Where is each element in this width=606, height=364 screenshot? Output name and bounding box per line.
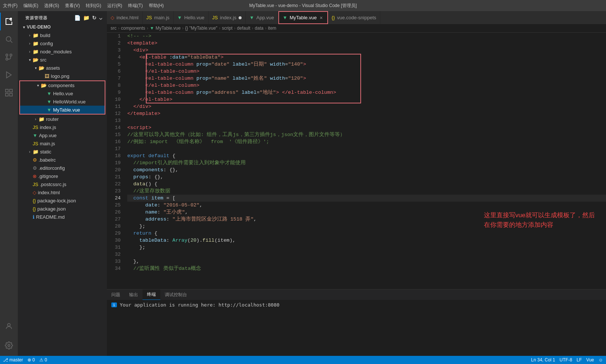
sidebar-item-label: src [40, 57, 46, 63]
panel-tab-problems[interactable]: 问题 [107, 289, 125, 300]
sidebar-item-babelrc[interactable]: ⚙ .babelrc [18, 156, 107, 164]
terminal-content[interactable]: i Your application is running here: http… [107, 300, 606, 356]
sidebar-tree: ▾ VUE-DEMO › 📁 build › 📁 config › 📁 node… [18, 23, 107, 356]
sidebar-item-label: HelloWorld.vue [53, 99, 86, 105]
breadcrumb-sep: › [147, 26, 148, 31]
sidebar-item-label: node_modules [40, 49, 72, 54]
menu-run[interactable]: 运行(R) [104, 3, 125, 9]
cursor-position[interactable]: Ln 34, Col 1 [531, 357, 555, 363]
code-content[interactable]: <!-- --> <template> <div> <el-table :dat… [124, 33, 606, 289]
warning-count[interactable]: ⚠ 0 [39, 357, 47, 363]
html-file-icon: ◇ [33, 190, 36, 195]
sidebar-item-src[interactable]: ▾ 📂 src [18, 56, 107, 64]
folder-icon: 📁 [39, 116, 45, 122]
activity-source-control[interactable] [0, 48, 18, 66]
line-ending[interactable]: LF [577, 357, 582, 363]
sidebar-item-postcssrc[interactable]: JS .postcssrc.js [18, 180, 107, 188]
sidebar-item-main-js[interactable]: JS main.js [18, 139, 107, 148]
sidebar-item-hello-vue[interactable]: ▼ Hello.vue [20, 89, 105, 97]
tab-index-js[interactable]: JS index.js [209, 11, 246, 24]
sidebar-item-app-vue[interactable]: ▼ App.vue [18, 131, 107, 139]
sidebar-item-config[interactable]: › 📁 config [18, 39, 107, 47]
sidebar-item-logo[interactable]: 🖼 logo.png [18, 72, 107, 80]
activity-search[interactable] [0, 30, 18, 48]
git-branch[interactable]: ⎇ master [3, 357, 23, 363]
file-encoding[interactable]: UTF-8 [560, 357, 572, 363]
menu-help[interactable]: 帮助(H) [146, 3, 167, 9]
tab-mytable-vue[interactable]: ▼ MyTable.vue × [278, 11, 328, 24]
sidebar-project-root[interactable]: ▾ VUE-DEMO [18, 23, 107, 31]
panel-tab-debug[interactable]: 调试控制台 [160, 289, 191, 300]
breadcrumb-script[interactable]: {} "MyTable.vue" [185, 26, 217, 31]
code-line-21: props: {}, [127, 173, 606, 181]
menu-terminal[interactable]: 终端(T) [125, 3, 145, 9]
tab-hello-vue[interactable]: ▼ Hello.vue [174, 11, 209, 24]
sidebar-item-node-modules[interactable]: › 📁 node_modules [18, 47, 107, 56]
menu-edit[interactable]: 编辑(E) [20, 3, 41, 9]
activity-debug[interactable] [0, 66, 18, 84]
breadcrumb-components[interactable]: components [121, 26, 145, 31]
language-mode[interactable]: Vue [586, 357, 594, 363]
breadcrumb-script2[interactable]: script [222, 26, 233, 31]
sidebar-item-build[interactable]: › 📁 build [18, 31, 107, 39]
breadcrumb-item[interactable]: item [268, 26, 276, 31]
panel-tab-output[interactable]: 输出 [125, 289, 143, 300]
activity-settings[interactable] [0, 337, 18, 354]
sidebar-item-gitignore[interactable]: ⊗ .gitignore [18, 172, 107, 180]
tab-close-button[interactable]: × [319, 14, 323, 21]
sidebar-item-label: router [46, 116, 59, 122]
arrow-icon: › [27, 42, 33, 46]
code-editor[interactable]: 1 2 3 4 5 6 7 8 9 10 11 12 13 14 15 16 1… [107, 33, 606, 289]
svg-line-1 [10, 41, 12, 43]
sidebar-item-editorconfig[interactable]: ⚙ .editorconfig [18, 164, 107, 172]
code-line-2: <template> [127, 40, 606, 47]
code-line-34: //监听属性 类似于data概念 [127, 265, 606, 272]
activity-account[interactable] [0, 317, 18, 335]
sidebar-item-mytable-vue[interactable]: ▼ MyTable.vue [20, 106, 105, 114]
collapse-icon[interactable]: ⌵ [99, 15, 102, 21]
code-line-33: }, [127, 258, 606, 265]
breadcrumb-default[interactable]: default [237, 26, 250, 31]
tab-index-html[interactable]: ◇ index.html [107, 11, 143, 24]
sidebar-item-label: index.html [38, 190, 60, 195]
panel-tab-terminal[interactable]: 终端 [143, 289, 160, 300]
sidebar-item-package-json[interactable]: {} package.json [18, 205, 107, 213]
svg-rect-9 [6, 93, 8, 96]
breadcrumb-src[interactable]: src [111, 26, 117, 31]
sidebar-item-assets[interactable]: ▾ 📂 assets [18, 64, 107, 72]
js-file-icon: JS [33, 141, 38, 146]
new-file-icon[interactable]: 📄 [74, 15, 81, 21]
sidebar-item-label: main.js [40, 141, 55, 146]
menu-select[interactable]: 选择(S) [41, 3, 62, 9]
sidebar-item-index-html[interactable]: ◇ index.html [18, 188, 107, 196]
vue-file-icon: ▼ [33, 133, 37, 138]
menu-view[interactable]: 查看(V) [62, 3, 83, 9]
tab-vue-snippets[interactable]: {} vue.code-snippets [328, 11, 380, 24]
sidebar-item-static[interactable]: › 📁 static [18, 148, 107, 156]
sidebar-item-package-lock[interactable]: {} package-lock.json [18, 196, 107, 205]
sidebar-item-index-js[interactable]: JS index.js [18, 123, 107, 131]
menu-file[interactable]: 文件(F) [0, 3, 20, 9]
error-count[interactable]: ⊗ 0 [27, 357, 35, 363]
refresh-icon[interactable]: ↻ [92, 15, 97, 21]
breadcrumb-sep: › [265, 26, 266, 31]
menu-goto[interactable]: 转到(G) [83, 3, 104, 9]
code-line-20: components: {}, [127, 166, 606, 173]
sidebar-item-readme[interactable]: ℹ README.md [18, 213, 107, 221]
sidebar-item-helloworld-vue[interactable]: ▼ HelloWorld.vue [20, 97, 105, 106]
tab-app-vue[interactable]: ▼ App.vue [246, 11, 278, 24]
feedback-icon[interactable]: ☺ [599, 357, 603, 363]
activity-extensions[interactable] [0, 84, 18, 102]
svg-point-2 [6, 58, 8, 60]
svg-point-11 [7, 324, 10, 326]
menu-bar[interactable]: 文件(F) 编辑(E) 选择(S) 查看(V) 转到(G) 运行(R) 终端(T… [0, 0, 167, 11]
breadcrumb-data[interactable]: data [255, 26, 263, 31]
breadcrumb-file[interactable]: MyTable.vue [155, 26, 180, 31]
new-folder-icon[interactable]: 📁 [83, 15, 90, 21]
sidebar-item-router[interactable]: › 📁 router [18, 115, 107, 123]
svg-point-4 [6, 54, 8, 56]
code-line-11: </div> [127, 103, 606, 110]
sidebar-item-components[interactable]: ▾ 📂 components [20, 81, 105, 89]
activity-explorer[interactable] [0, 13, 18, 30]
tab-main-js[interactable]: JS main.js [143, 11, 173, 24]
